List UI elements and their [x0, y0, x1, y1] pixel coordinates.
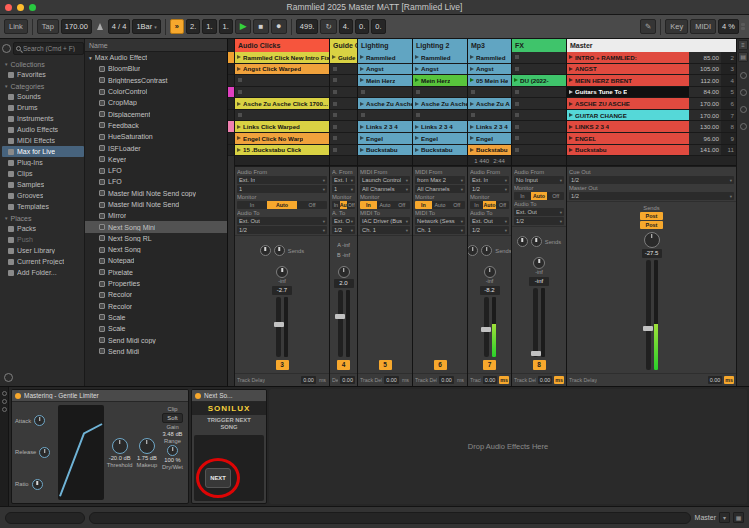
clip-slot[interactable]: Asche Zu Asche Click 1700...	[235, 98, 329, 110]
device-view-tab[interactable]	[2, 407, 7, 412]
browser-item-next-song[interactable]: Next Song	[85, 244, 227, 255]
ratio-knob[interactable]	[32, 479, 43, 490]
input-channel-chooser[interactable]: All Channels▾	[360, 185, 410, 193]
draw-mode-button[interactable]: ✎	[640, 19, 656, 34]
clip-15-buckstabu-click[interactable]: 15 .Buckstabu Click	[235, 145, 329, 156]
clip-slot[interactable]	[330, 64, 357, 76]
clip-stop-button[interactable]	[515, 67, 519, 71]
position-beats-field[interactable]: 1.	[202, 19, 216, 34]
clip-asche-zu-asche[interactable]: Asche Zu Asche	[358, 98, 412, 109]
clip-slot[interactable]	[330, 75, 357, 87]
fader-handle[interactable]	[481, 327, 491, 332]
sidebar-item-audio-effects[interactable]: Audio Effects	[2, 124, 84, 135]
scene-slot-engel[interactable]: ENGEL96.009	[567, 133, 736, 145]
clip-slot[interactable]: Buckstabu	[358, 145, 412, 157]
clip-stop-button[interactable]	[515, 113, 519, 117]
scene-tempo[interactable]: 96.00	[689, 133, 721, 144]
sidebar-item-plug-ins[interactable]: Plug-Ins	[2, 157, 84, 168]
threshold-value[interactable]: -20.0 dB	[109, 455, 131, 461]
output-channel-chooser[interactable]: 1/2▾	[514, 217, 564, 225]
clip-stop-button[interactable]	[333, 90, 337, 94]
clip-slot[interactable]: Rammlied	[468, 52, 511, 64]
fader-handle[interactable]	[274, 322, 284, 327]
clip-slot[interactable]	[330, 87, 357, 99]
cue-post-toggle[interactable]: Post	[640, 221, 664, 229]
clip-slot[interactable]: Links Click Warped	[235, 121, 329, 133]
clip-slot[interactable]: Engel Click No Warp	[235, 133, 329, 145]
position-bars-field[interactable]: 2.	[186, 19, 200, 34]
clip-slot[interactable]: Rammlied	[358, 52, 412, 64]
track-activator[interactable]: 5	[379, 360, 392, 370]
scene-tempo[interactable]: 141.00	[689, 145, 721, 156]
browser-item-master-midi-note-send-copy[interactable]: Master Midi Note Send copy	[85, 188, 227, 199]
keyboard-icon[interactable]: ▦	[733, 512, 744, 523]
clip-stop-button[interactable]	[238, 78, 242, 82]
monitor-switch[interactable]: InAutoOff	[237, 201, 327, 209]
clip-asche-zu-a[interactable]: Asche Zu A	[468, 98, 511, 109]
clip-slot[interactable]	[358, 110, 412, 122]
send-a-knob[interactable]	[468, 245, 478, 256]
browser-item-feedback[interactable]: Feedback	[85, 120, 227, 131]
scene-tempo[interactable]: 170.00	[689, 98, 721, 109]
clip-slot[interactable]: Links 2 3 4	[468, 121, 511, 133]
clip-guide-click[interactable]: Guide Click	[330, 52, 357, 63]
volume-field[interactable]: -27.5	[642, 249, 662, 258]
input-chooser[interactable]: Ext. I▾	[332, 176, 355, 184]
midi-map-button[interactable]: MIDI	[690, 19, 716, 34]
clip-du-2022[interactable]: DU (2022-	[512, 75, 566, 86]
master-out-chooser[interactable]: 1/2▾	[569, 192, 734, 200]
clip-engel[interactable]: Engel	[468, 133, 511, 144]
clip-mode-button[interactable]: Soft	[162, 413, 182, 423]
browser-item-displacement[interactable]: Displacement	[85, 108, 227, 119]
position-sixteenths-field[interactable]: 1.	[219, 19, 233, 34]
scene-slot-intro-rammlied[interactable]: INTRO + RAMMLIED:85.002	[567, 52, 736, 64]
output-channel-chooser[interactable]: Ch. 1▾	[415, 226, 465, 234]
clip-stop-button[interactable]	[238, 90, 242, 94]
clip-slot[interactable]: Angst	[413, 64, 467, 76]
pan-knob[interactable]	[276, 266, 288, 278]
browser-name-header[interactable]: Name	[85, 39, 227, 52]
clip-slot[interactable]: Guide Click	[330, 52, 357, 64]
monitor-option-auto[interactable]: Auto	[340, 201, 348, 209]
clip-slot[interactable]	[235, 87, 329, 99]
sidebar-item-instruments[interactable]: Instruments	[2, 113, 84, 124]
device-drop-area[interactable]: Drop Audio Effects Here	[269, 389, 747, 504]
browser-item-brightnesscontrast[interactable]: BrightnessContrast	[85, 75, 227, 86]
volume-fader[interactable]	[276, 297, 281, 357]
monitor-option-auto[interactable]: Auto	[483, 201, 496, 209]
track-activator[interactable]: 7	[483, 360, 496, 370]
monitor-option-in[interactable]: In	[237, 201, 267, 209]
output-chooser[interactable]: IAC Driver (Bus▾	[360, 217, 410, 225]
volume-field[interactable]: -inf	[529, 277, 549, 286]
browser-item-lfo[interactable]: LFO	[85, 176, 227, 187]
track-delay-field[interactable]: 0.00	[384, 376, 399, 384]
browser-item-next-song-rl[interactable]: Next Song RL	[85, 233, 227, 244]
scene-launch-triangle-icon[interactable]	[569, 67, 573, 71]
input-channel-chooser[interactable]: 1/2▾	[470, 185, 509, 193]
scene-slot-buckstabu[interactable]: Buckstabu141.0011	[567, 145, 736, 157]
returns-toggle[interactable]: ▤	[738, 52, 748, 62]
monitor-option-off[interactable]: Off	[547, 192, 564, 200]
clip-slot[interactable]	[413, 87, 467, 99]
input-chooser[interactable]: Ext. In▾	[470, 176, 509, 184]
scene-launch-triangle-icon[interactable]	[569, 125, 573, 129]
clip-slot[interactable]	[512, 52, 566, 64]
clip-stop-button[interactable]	[471, 113, 475, 117]
clip-buckstabu[interactable]: Buckstabu	[358, 145, 412, 156]
clip-mein-herz[interactable]: Mein Herz	[358, 75, 412, 86]
makeup-value[interactable]: 1.75 dB	[137, 455, 157, 461]
monitor-option-in[interactable]: In	[360, 201, 377, 209]
sidebar-item-packs[interactable]: Packs	[2, 223, 84, 234]
monitor-switch[interactable]: InAutoOff	[360, 201, 410, 209]
browser-item-send-midi-copy[interactable]: Send Midi copy	[85, 334, 227, 345]
loop-start-field[interactable]: 499.	[296, 19, 319, 34]
clip-slot[interactable]: Buckstabu	[468, 145, 511, 157]
output-channel-chooser[interactable]: Ch. 1▾	[360, 226, 410, 234]
pan-knob[interactable]	[644, 232, 660, 248]
scene-launch-triangle-icon[interactable]	[569, 90, 573, 94]
scene-launch-triangle-icon[interactable]	[569, 136, 573, 140]
mixer-section-toggle[interactable]	[740, 106, 747, 113]
output-channel-chooser[interactable]: 1/2▾	[237, 226, 327, 234]
send-a-knob[interactable]	[517, 236, 528, 247]
scene-launch-triangle-icon[interactable]	[569, 78, 573, 82]
